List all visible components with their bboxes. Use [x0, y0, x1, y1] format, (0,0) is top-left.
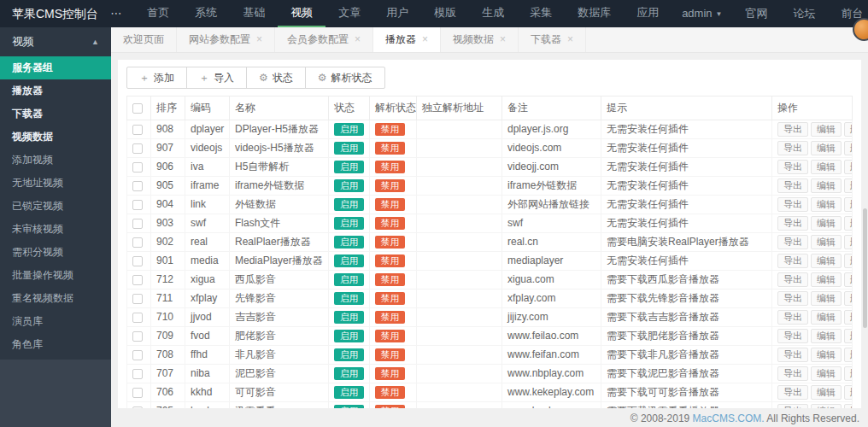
status-enabled-badge[interactable]: 启用: [334, 179, 364, 192]
topnav-item-app[interactable]: 应用: [624, 0, 672, 27]
parse-disabled-badge[interactable]: 禁用: [375, 367, 405, 380]
action-delete-button[interactable]: 删除: [844, 310, 853, 325]
action-export-button[interactable]: 导出: [777, 291, 808, 306]
action-export-button[interactable]: 导出: [777, 216, 808, 231]
status-enabled-badge[interactable]: 启用: [334, 367, 364, 380]
action-export-button[interactable]: 导出: [777, 310, 808, 325]
parse-disabled-badge[interactable]: 禁用: [375, 123, 405, 136]
action-delete-button[interactable]: 删除: [844, 291, 853, 306]
topnav-item-article[interactable]: 文章: [326, 0, 373, 27]
row-checkbox[interactable]: [132, 256, 143, 266]
parse-disabled-badge[interactable]: 禁用: [375, 142, 405, 155]
action-edit-button[interactable]: 编辑: [811, 404, 842, 408]
row-checkbox[interactable]: [132, 125, 143, 135]
sidebar-item-batch-video[interactable]: 批量操作视频: [0, 264, 111, 287]
parse-disabled-badge[interactable]: 禁用: [375, 161, 405, 173]
topnav-item-home[interactable]: 首页: [134, 0, 182, 27]
row-checkbox[interactable]: [132, 181, 143, 191]
parse-disabled-badge[interactable]: 禁用: [375, 198, 405, 211]
action-export-button[interactable]: 导出: [777, 404, 808, 408]
action-delete-button[interactable]: 删除: [844, 272, 853, 287]
action-export-button[interactable]: 导出: [777, 122, 808, 137]
sidebar-item-downloader[interactable]: 下载器: [0, 102, 111, 126]
tab-5[interactable]: 下载器×: [519, 27, 586, 52]
topnav-item-video[interactable]: 视频: [278, 0, 326, 27]
topbar-link-forum[interactable]: 论坛: [780, 1, 828, 26]
topbar-link-site[interactable]: 官网: [732, 1, 780, 26]
tab-4[interactable]: 视频数据×: [441, 27, 519, 52]
sidebar-item-points-video[interactable]: 需积分视频: [0, 241, 111, 264]
action-export-button[interactable]: 导出: [777, 385, 808, 400]
parse-disabled-badge[interactable]: 禁用: [375, 348, 405, 361]
row-checkbox[interactable]: [132, 388, 143, 398]
action-edit-button[interactable]: 编辑: [811, 160, 842, 174]
action-delete-button[interactable]: 删除: [844, 385, 853, 400]
topnav-item-basic[interactable]: 基础: [230, 0, 278, 27]
row-checkbox[interactable]: [132, 219, 143, 229]
sidebar-item-server-group[interactable]: 服务器组: [0, 56, 111, 79]
action-edit-button[interactable]: 编辑: [811, 366, 842, 381]
row-checkbox[interactable]: [132, 294, 143, 304]
parse-disabled-badge[interactable]: 禁用: [375, 405, 405, 408]
action-delete-button[interactable]: 删除: [844, 122, 853, 137]
nav-more-ellipsis-icon[interactable]: ⋯: [98, 0, 134, 27]
status-enabled-badge[interactable]: 启用: [334, 217, 364, 230]
action-delete-button[interactable]: 删除: [844, 197, 853, 212]
sidebar-item-locked-video[interactable]: 已锁定视频: [0, 195, 111, 218]
action-edit-button[interactable]: 编辑: [811, 178, 842, 193]
status-enabled-badge[interactable]: 启用: [334, 348, 364, 361]
action-edit-button[interactable]: 编辑: [811, 197, 842, 212]
sidebar-item-actor-library[interactable]: 演员库: [0, 310, 111, 333]
topnav-item-user[interactable]: 用户: [373, 0, 421, 27]
tab-2[interactable]: 会员参数配置×: [275, 27, 373, 52]
row-checkbox[interactable]: [132, 200, 143, 210]
select-all-checkbox[interactable]: [132, 103, 143, 114]
action-edit-button[interactable]: 编辑: [811, 291, 842, 306]
sidebar-item-duplicate-video-data[interactable]: 重名视频数据: [0, 287, 111, 310]
sidebar-group-video[interactable]: 视频▲: [0, 27, 111, 56]
action-edit-button[interactable]: 编辑: [811, 385, 842, 400]
action-delete-button[interactable]: 删除: [844, 216, 853, 231]
sidebar-item-role-library[interactable]: 角色库: [0, 333, 111, 356]
row-checkbox[interactable]: [132, 313, 143, 323]
status-enabled-badge[interactable]: 启用: [334, 311, 364, 324]
topnav-item-template[interactable]: 模版: [421, 0, 469, 27]
action-delete-button[interactable]: 删除: [844, 329, 853, 343]
toolbar-button-3[interactable]: ⚙解析状态: [305, 67, 385, 89]
user-dropdown[interactable]: admin▼: [672, 0, 732, 28]
status-enabled-badge[interactable]: 启用: [334, 254, 364, 267]
status-enabled-badge[interactable]: 启用: [334, 198, 364, 211]
status-enabled-badge[interactable]: 启用: [334, 386, 364, 399]
action-edit-button[interactable]: 编辑: [811, 254, 842, 268]
action-delete-button[interactable]: 删除: [844, 178, 853, 193]
parse-disabled-badge[interactable]: 禁用: [375, 273, 405, 286]
tab-0[interactable]: 欢迎页面: [111, 27, 177, 52]
scrollbar-thumb[interactable]: [863, 208, 867, 328]
parse-disabled-badge[interactable]: 禁用: [375, 386, 405, 399]
status-enabled-badge[interactable]: 启用: [334, 292, 364, 305]
tab-close-icon[interactable]: ×: [500, 27, 506, 52]
sidebar-item-player[interactable]: 播放器: [0, 79, 111, 102]
action-delete-button[interactable]: 删除: [844, 366, 853, 381]
topnav-item-database[interactable]: 数据库: [565, 0, 624, 27]
action-export-button[interactable]: 导出: [777, 197, 808, 212]
action-export-button[interactable]: 导出: [777, 348, 808, 362]
row-checkbox[interactable]: [132, 331, 143, 342]
action-edit-button[interactable]: 编辑: [811, 216, 842, 231]
toolbar-button-0[interactable]: ＋添加: [126, 67, 187, 89]
action-delete-button[interactable]: 删除: [844, 404, 853, 408]
parse-disabled-badge[interactable]: 禁用: [375, 330, 405, 342]
status-enabled-badge[interactable]: 启用: [334, 330, 364, 342]
action-export-button[interactable]: 导出: [777, 235, 808, 249]
action-export-button[interactable]: 导出: [777, 272, 808, 287]
topnav-item-generate[interactable]: 生成: [469, 0, 517, 27]
status-enabled-badge[interactable]: 启用: [334, 236, 364, 249]
action-edit-button[interactable]: 编辑: [811, 310, 842, 325]
row-checkbox[interactable]: [132, 237, 143, 248]
row-checkbox[interactable]: [132, 369, 143, 379]
action-edit-button[interactable]: 编辑: [811, 348, 842, 362]
action-export-button[interactable]: 导出: [777, 366, 808, 381]
parse-disabled-badge[interactable]: 禁用: [375, 179, 405, 192]
status-enabled-badge[interactable]: 启用: [334, 405, 364, 408]
parse-disabled-badge[interactable]: 禁用: [375, 217, 405, 230]
